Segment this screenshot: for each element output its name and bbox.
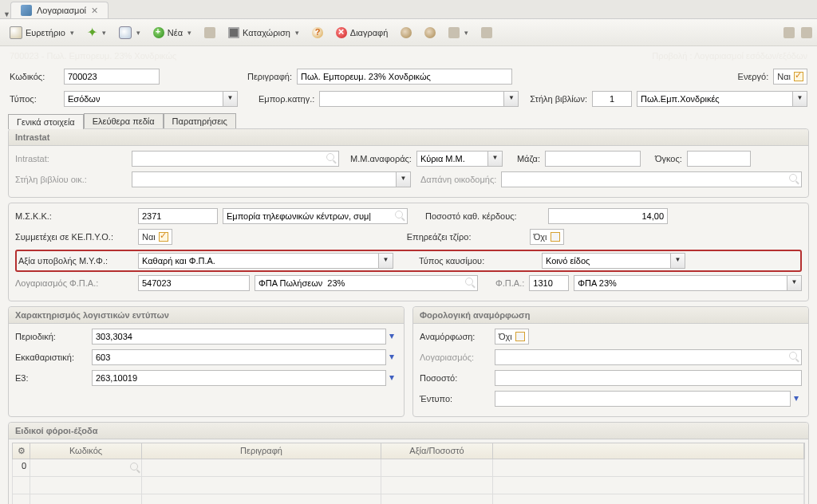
search-icon — [119, 26, 132, 39]
bookcol-select[interactable] — [637, 91, 793, 107]
search-icon[interactable] — [395, 211, 405, 220]
fpaacc-num-input[interactable] — [138, 275, 250, 291]
row-descr-cell[interactable] — [142, 459, 381, 476]
search-icon[interactable] — [789, 352, 799, 361]
save-button[interactable]: Καταχώριση▾ — [223, 25, 304, 41]
mskk-txt-input[interactable] — [223, 208, 408, 224]
chevron-down-icon[interactable]: ▾ — [69, 29, 74, 37]
chevron-down-icon[interactable]: ▼ — [488, 151, 503, 167]
pososto-input[interactable] — [548, 208, 668, 224]
pos-input[interactable] — [495, 370, 802, 386]
check-icon — [515, 332, 525, 341]
active-checkbox[interactable]: Ναι — [773, 69, 807, 85]
fuel-select[interactable] — [542, 253, 671, 269]
tab-general[interactable]: Γενικά στοιχεία — [8, 114, 84, 129]
grid-corner[interactable]: ⚙ — [13, 443, 30, 459]
kepyo-checkbox[interactable]: Ναι — [138, 229, 172, 245]
export-icon[interactable] — [801, 27, 812, 38]
chevron-down-icon[interactable]: ▾ — [463, 29, 468, 37]
mm-select[interactable] — [416, 151, 488, 167]
close-icon[interactable]: ✕ — [91, 6, 98, 16]
dropdown-icon[interactable]: ▾ — [386, 370, 397, 384]
new-button[interactable]: Νέα▾ — [148, 25, 196, 41]
nav-prev-button[interactable] — [396, 25, 416, 41]
anam-checkbox[interactable]: Όχι — [495, 329, 529, 345]
intrastat-label: Intrastat: — [15, 154, 127, 163]
e3-input[interactable] — [92, 370, 386, 386]
ent-input[interactable] — [495, 391, 791, 407]
chevron-down-icon[interactable]: ▼ — [787, 275, 802, 291]
dropdown-icon[interactable]: ▾ — [386, 329, 397, 343]
chevron-down-icon[interactable]: ▼ — [223, 91, 238, 107]
question-icon — [312, 27, 323, 38]
col-code[interactable]: Κωδικός — [30, 443, 142, 459]
chevron-down-icon[interactable]: ▼ — [793, 91, 807, 107]
fpa-num-input[interactable] — [529, 275, 569, 291]
type-label: Τύπος: — [10, 94, 59, 104]
index-button[interactable]: Ευρετήριο ▾ — [5, 24, 79, 41]
dapani-input[interactable] — [501, 171, 802, 187]
myf-select[interactable] — [138, 253, 379, 269]
ekkath-input[interactable] — [92, 349, 386, 365]
tab-free-fields[interactable]: Ελεύθερα πεδία — [84, 113, 164, 128]
table-row[interactable] — [12, 494, 805, 504]
delete-button[interactable]: Διαγραφή — [331, 25, 393, 41]
commcat-select[interactable] — [319, 91, 504, 107]
chevron-down-icon[interactable]: ▼ — [397, 171, 411, 187]
panel-main: Μ.Σ.Κ.Κ.: Ποσοστό καθ. κέρδους: Συμμετέχ… — [8, 203, 809, 301]
mskk-num-input[interactable] — [138, 208, 218, 224]
type-select[interactable] — [64, 91, 223, 107]
vol-input[interactable] — [687, 151, 751, 167]
tab-notes[interactable]: Παρατηρήσεις — [164, 113, 236, 128]
tab-menu-dropdown[interactable]: ▼ — [2, 10, 10, 18]
row-code-cell[interactable] — [30, 459, 142, 476]
chevron-down-icon[interactable]: ▾ — [135, 29, 140, 37]
dropdown-icon[interactable]: ▾ — [386, 349, 397, 364]
mass-input[interactable] — [545, 151, 641, 167]
code-label: Κωδικός: — [10, 72, 59, 81]
chevron-down-icon[interactable]: ▾ — [101, 29, 106, 37]
intrastat-input[interactable] — [132, 151, 339, 167]
chevron-down-icon[interactable]: ▾ — [186, 29, 191, 37]
table-row[interactable] — [12, 477, 805, 494]
descr-input[interactable] — [297, 69, 512, 85]
breadcrumb-right: Προβολή : Λογαριασμοί εσόδων/εξόδων — [652, 51, 807, 61]
search-icon[interactable] — [789, 174, 799, 183]
chevron-down-icon[interactable]: ▼ — [504, 91, 519, 107]
extra-button[interactable] — [476, 25, 497, 41]
row-value-cell[interactable] — [381, 459, 493, 476]
search-icon[interactable] — [465, 278, 475, 287]
col-value[interactable]: Αξία/Ποσοστό — [381, 443, 493, 459]
help-button[interactable] — [307, 25, 328, 41]
panel-intrastat: Intrastat Intrastat: Μ.Μ.αναφοράς: ▼ Μάζ… — [8, 128, 809, 198]
star-button[interactable]: ✦▾ — [82, 24, 111, 41]
tools-icon[interactable] — [783, 27, 795, 38]
nav-next-button[interactable] — [420, 25, 440, 41]
fpaacc-txt-input[interactable] — [255, 275, 478, 291]
code-input[interactable] — [64, 69, 160, 85]
col-descr[interactable]: Περιγραφή — [142, 443, 381, 459]
tab-accounts[interactable]: Λογαριασμοί ✕ — [10, 2, 109, 18]
chevron-down-icon[interactable]: ▾ — [294, 29, 299, 37]
search-icon[interactable] — [326, 153, 336, 163]
dapani-label: Δαπάνη οικοδομής: — [420, 175, 496, 184]
bookcoloik-select[interactable] — [132, 171, 397, 187]
chevron-down-icon[interactable]: ▼ — [379, 253, 393, 269]
log-input[interactable] — [495, 349, 802, 365]
bookcol-num-input[interactable] — [592, 91, 632, 107]
save-icon — [228, 27, 239, 38]
fpa-select[interactable] — [574, 275, 787, 291]
chevron-down-icon[interactable]: ▼ — [671, 253, 685, 269]
fuel-label: Τύπος καυσίμου: — [419, 256, 537, 266]
print-button[interactable]: ▾ — [444, 25, 473, 41]
copy-button[interactable] — [199, 25, 220, 41]
periodic-input[interactable] — [92, 329, 386, 345]
search-tool-button[interactable]: ▾ — [114, 24, 145, 41]
table-row[interactable]: 0 — [12, 459, 805, 477]
periodic-label: Περιοδική: — [15, 332, 87, 341]
vol-label: Όγκος: — [655, 154, 682, 163]
check-icon — [551, 232, 560, 242]
tziro-checkbox[interactable]: Όχι — [530, 229, 564, 245]
search-icon[interactable] — [130, 463, 138, 471]
dropdown-icon[interactable]: ▾ — [791, 391, 802, 405]
